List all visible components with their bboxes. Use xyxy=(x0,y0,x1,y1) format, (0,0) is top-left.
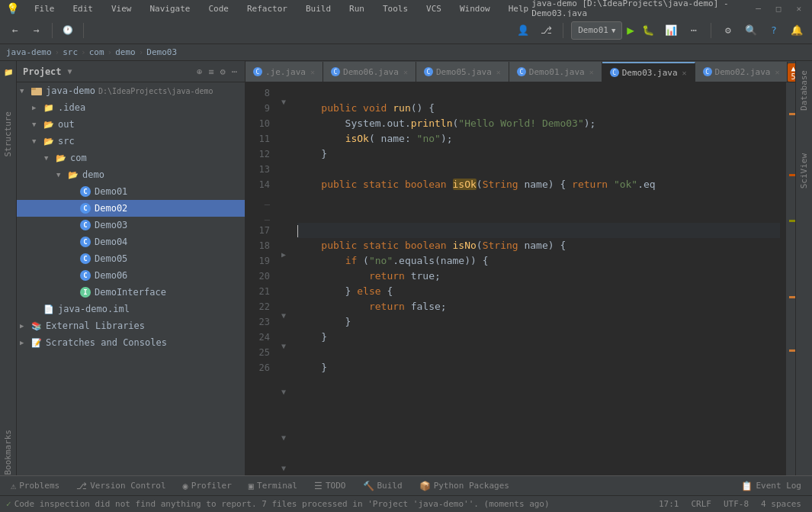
terminal-tab[interactable]: ▣ Terminal xyxy=(241,478,305,494)
tab-demo01[interactable]: C Demo01.java ✕ xyxy=(509,62,602,82)
tab-demo02[interactable]: C Demo02.java ✕ xyxy=(695,62,788,82)
tab-close-6-icon[interactable]: ✕ xyxy=(775,68,779,76)
menu-view[interactable]: View xyxy=(108,4,135,14)
breadcrumb-com[interactable]: com xyxy=(89,47,104,57)
project-settings-button[interactable]: ⚙ xyxy=(219,65,227,79)
fold-24[interactable]: ▼ xyxy=(276,464,291,472)
build-tab[interactable]: 🔨 Build xyxy=(355,478,410,494)
warnings-badge[interactable]: ▲ 5 xyxy=(788,63,795,82)
breadcrumb-class[interactable]: Demo03 xyxy=(146,47,177,57)
bookmarks-label[interactable]: Bookmarks xyxy=(2,423,14,475)
breadcrumb-root[interactable]: java-demo xyxy=(6,47,52,57)
menu-help[interactable]: Help xyxy=(505,4,532,14)
structure-label[interactable]: Structure xyxy=(2,105,14,163)
menu-vcs[interactable]: VCS xyxy=(423,4,445,14)
run-more-button[interactable]: ⋯ xyxy=(685,21,703,40)
tree-item-extlibs[interactable]: ▶ 📚 External Libraries xyxy=(17,317,245,334)
tab-close-4-icon[interactable]: ✕ xyxy=(589,68,594,76)
run-button[interactable]: ▶ xyxy=(627,23,634,37)
indent-setting[interactable]: 4 spaces xyxy=(756,499,806,509)
vcs-icon[interactable]: ⎇ xyxy=(537,21,555,40)
run-config-selector[interactable]: Demo01 ▼ xyxy=(571,21,622,40)
search-button[interactable]: 🔍 xyxy=(742,21,760,40)
fold-9[interactable]: ▼ xyxy=(276,98,291,106)
database-panel-tab[interactable]: Database xyxy=(798,64,810,117)
tree-item-demo06[interactable]: C Demo06 xyxy=(17,267,245,284)
cursor-position[interactable]: 17:1 xyxy=(654,499,684,509)
recent-files-button[interactable]: 🕐 xyxy=(59,21,77,40)
menu-tools[interactable]: Tools xyxy=(380,4,411,14)
tree-item-demo[interactable]: ▼ 📂 demo xyxy=(17,166,245,183)
menu-code[interactable]: Code xyxy=(205,4,232,14)
fold-18[interactable]: ▼ xyxy=(276,311,291,320)
tree-item-scratches[interactable]: ▶ 📝 Scratches and Consoles xyxy=(17,334,245,351)
help-button[interactable]: ? xyxy=(765,21,783,40)
line-ending[interactable]: CRLF xyxy=(686,499,716,509)
menu-refactor[interactable]: Refactor xyxy=(244,4,290,14)
settings-button[interactable]: ⚙ xyxy=(719,21,737,40)
vertical-scrollbar[interactable] xyxy=(786,82,795,475)
menu-window[interactable]: Window xyxy=(457,4,493,14)
tree-item-demo03[interactable]: C Demo03 xyxy=(17,217,245,233)
tree-item-iml[interactable]: 📄 java-demo.iml xyxy=(17,301,245,317)
tree-item-demo04[interactable]: C Demo04 xyxy=(17,233,245,250)
todo-tab[interactable]: ☰ TODO xyxy=(307,478,354,494)
tab-close-5-icon[interactable]: ✕ xyxy=(682,69,687,77)
tree-item-demoint[interactable]: I DemoInterface xyxy=(17,284,245,301)
tree-item-out[interactable]: ▼ 📂 out xyxy=(17,116,245,133)
encoding[interactable]: UTF-8 xyxy=(719,499,753,509)
vcs-tab-icon: ⎇ xyxy=(76,481,87,491)
close-button[interactable]: ✕ xyxy=(791,4,806,14)
project-tool-icon[interactable]: 📁 xyxy=(1,64,16,79)
profiler-tab[interactable]: ◉ Profiler xyxy=(175,478,239,494)
maximize-button[interactable]: □ xyxy=(772,4,786,14)
fold-23[interactable]: ▼ xyxy=(276,433,291,442)
minimize-button[interactable]: ─ xyxy=(751,4,765,14)
menu-edit[interactable]: Edit xyxy=(70,4,97,14)
project-locate-button[interactable]: ⊕ xyxy=(195,65,204,79)
version-control-tab[interactable]: ⎇ Version Control xyxy=(69,478,173,494)
python-packages-tab[interactable]: 📦 Python Packages xyxy=(412,478,517,494)
tab-demo05[interactable]: C Demo05.java ✕ xyxy=(416,62,509,82)
problems-tab[interactable]: ⚠ Problems xyxy=(3,478,67,494)
tab-icon-5: C xyxy=(610,68,619,77)
editor-area[interactable]: 8 9 10 11 12 13 14 _ _ 17 18 19 20 21 22… xyxy=(246,82,795,475)
menu-build[interactable]: Build xyxy=(303,4,334,14)
code-editor[interactable]: public void run() { System.out.println("… xyxy=(291,82,786,475)
tab-je-java[interactable]: C .je.java ✕ xyxy=(246,62,323,82)
tree-item-demo05[interactable]: C Demo05 xyxy=(17,250,245,267)
event-log-tab[interactable]: 📋 Event Log xyxy=(733,478,809,494)
notifications-button[interactable]: 🔔 xyxy=(788,21,806,40)
tab-close-icon[interactable]: ✕ xyxy=(310,68,315,76)
tree-item-demo02[interactable]: C Demo02 xyxy=(17,200,245,217)
breadcrumb-demo[interactable]: demo xyxy=(115,47,136,57)
breadcrumb-src[interactable]: src xyxy=(63,47,78,57)
tab-demo03[interactable]: C Demo03.java ✕ xyxy=(602,62,695,82)
forward-button[interactable]: → xyxy=(27,21,46,40)
menu-navigate[interactable]: Navigate xyxy=(147,4,194,14)
project-options-button[interactable]: ⋯ xyxy=(230,65,239,79)
back-button[interactable]: ← xyxy=(6,21,24,40)
run-coverage-button[interactable]: 📊 xyxy=(662,21,680,40)
fold-14[interactable]: ▶ xyxy=(276,250,291,259)
structure-tool-icon[interactable]: Structure xyxy=(1,127,16,142)
tab-demo06[interactable]: C Demo06.java ✕ xyxy=(323,62,416,82)
tree-item-com[interactable]: ▼ 📂 com xyxy=(17,150,245,166)
fold-19[interactable]: ▼ xyxy=(276,342,291,350)
menu-file[interactable]: File xyxy=(31,4,58,14)
fold-21[interactable]: ▼ xyxy=(276,388,291,396)
tree-item-root[interactable]: ▼ java-demo D:\IdeaProjects\java-demo xyxy=(17,82,245,99)
sciview-panel-tab[interactable]: SciView xyxy=(798,147,810,195)
tab-close-2-icon[interactable]: ✕ xyxy=(403,68,408,76)
bookmarks-tool-icon[interactable]: Bookmarks xyxy=(1,445,16,460)
user-icon[interactable]: 👤 xyxy=(514,21,532,40)
menu-run[interactable]: Run xyxy=(346,4,367,14)
tree-item-idea[interactable]: ▶ 📁 .idea xyxy=(17,99,245,116)
tree-item-src[interactable]: ▼ 📂 src xyxy=(17,133,245,150)
tree-item-demo01[interactable]: C Demo01 xyxy=(17,183,245,200)
tab-close-3-icon[interactable]: ✕ xyxy=(496,68,501,76)
tree-label-demo02: Demo02 xyxy=(95,203,127,214)
project-dropdown-icon[interactable]: ▼ xyxy=(68,67,72,76)
project-collapse-button[interactable]: ≡ xyxy=(207,65,215,79)
debug-button[interactable]: 🐛 xyxy=(639,21,657,40)
